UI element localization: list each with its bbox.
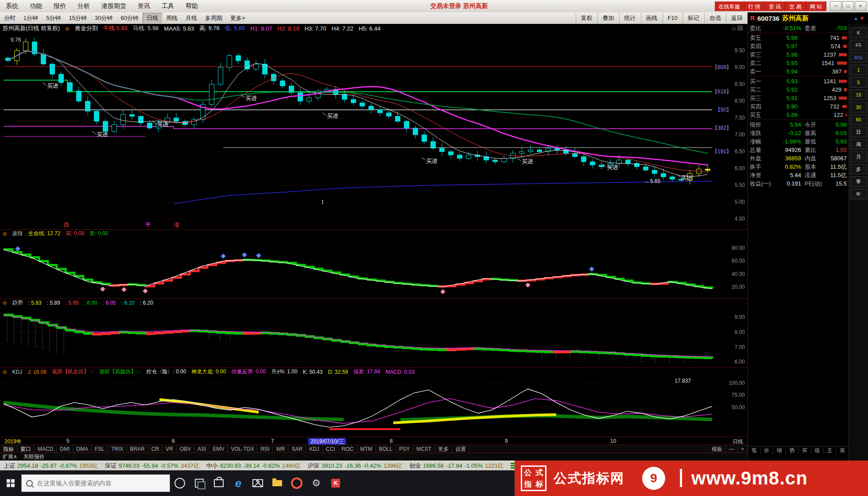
side-button-1[interactable]: 1 [850, 65, 867, 75]
menu-item-分析[interactable]: 分析 [72, 2, 96, 10]
ask-row[interactable]: 卖一5.94387 [748, 67, 849, 76]
hot-button-交 易[interactable]: 交 易 [785, 1, 806, 11]
side-button-RSI[interactable]: RSI [850, 52, 867, 63]
quote-tab-筹[interactable]: 筹 [837, 447, 849, 454]
toolbar-button-统计[interactable]: 统计 [619, 13, 641, 23]
bid-row[interactable]: 买四5.90732 [748, 102, 849, 111]
indicator-tab-EMV[interactable]: EMV [209, 446, 228, 453]
side-button-15[interactable]: 15 [850, 89, 867, 100]
ask-row[interactable]: 卖四5.97574 [748, 42, 849, 50]
side-button-周[interactable]: 周 [850, 139, 867, 150]
menu-item-工具[interactable]: 工具 [156, 2, 180, 10]
extend-扩展∧[interactable]: 扩展∧ [3, 453, 17, 461]
bid-row[interactable]: 买三5.911253 [748, 94, 849, 102]
side-button-日[interactable]: 日 [850, 127, 867, 137]
menu-item-资讯[interactable]: 资讯 [132, 2, 156, 10]
indicator-tab-设置[interactable]: 设置 [452, 446, 469, 453]
taskbar-search[interactable] [21, 474, 170, 492]
arrow-up-icon[interactable]: ▲ [853, 16, 858, 21]
tabs-right-—[interactable]: — [726, 446, 738, 453]
mail-button[interactable] [248, 470, 267, 496]
tabs-right-模板[interactable]: 模板 [709, 446, 726, 453]
index-上证[interactable]: 上证2954.18-25.87-0.87%1953亿 [4, 462, 98, 470]
toolbar-button-复权[interactable]: 复权 [576, 13, 597, 23]
bid-row[interactable]: 买二5.92429 [748, 85, 849, 94]
edge-button[interactable]: e [229, 470, 248, 496]
start-button[interactable] [0, 470, 21, 496]
panel-collapse-icon[interactable]: ◎ [3, 300, 7, 306]
indicator-tab-BOLL[interactable]: BOLL [376, 446, 396, 453]
panel-collapse-icon[interactable]: ◎ [3, 231, 7, 236]
period-5分钟[interactable]: 5分钟 [42, 13, 65, 23]
side-button-5[interactable]: 5 [850, 77, 867, 88]
arrow-down-icon[interactable]: ▼ [860, 16, 864, 21]
side-button-年[interactable]: 年 [850, 189, 867, 199]
indicator-tab-DMI[interactable]: DMI [57, 446, 73, 453]
period-1分钟[interactable]: 1分钟 [19, 13, 42, 23]
period-更多>[interactable]: 更多> [226, 13, 249, 23]
period-多周期[interactable]: 多周期 [201, 13, 226, 23]
indicator-tab-OBV[interactable]: OBV [177, 446, 194, 453]
settings-button[interactable]: ⚙ [306, 470, 326, 496]
quote-tab-值[interactable]: 值 [811, 447, 824, 454]
main-candlestick-chart[interactable]: 9.509.008.508.007.507.006.506.005.505.00… [0, 33, 748, 229]
quote-tab-买[interactable]: 买 [798, 447, 811, 454]
period-15分钟[interactable]: 15分钟 [65, 13, 90, 23]
menu-item-系统[interactable]: 系统 [0, 2, 24, 10]
panel-collapse-icon[interactable]: ◎ [3, 369, 7, 375]
quote-tab-笔[interactable]: 笔 [748, 447, 761, 454]
trend-indicator-chart[interactable]: 9.008.007.006.00 [0, 306, 748, 368]
indicator-tab-ROC[interactable]: ROC [339, 446, 357, 453]
stock-code[interactable]: 600736 [757, 15, 779, 22]
indicator-tab-VR[interactable]: VR [163, 446, 177, 453]
indicator-name[interactable]: 黄金分割 [75, 24, 98, 32]
indicator-tab-WR[interactable]: WR [273, 446, 288, 453]
toolbar-button-返回[interactable]: 返回 [726, 13, 748, 23]
bid-row[interactable]: 买五5.89122 [748, 111, 849, 119]
quote-tab-细[interactable]: 细 [773, 447, 786, 454]
index-中小[interactable]: 中小6230.93-39.14-0.62%1460亿 [206, 462, 301, 470]
indicator-tab-MTM[interactable]: MTM [357, 446, 376, 453]
tab-窗口[interactable]: 窗口 [17, 446, 35, 453]
side-button-60[interactable]: 60 [850, 114, 867, 125]
side-button-30[interactable]: 30 [850, 102, 867, 112]
indicator-tab-VOL-TDX[interactable]: VOL-TDX [228, 446, 257, 453]
indicator-tab-CCI[interactable]: CCI [323, 446, 339, 453]
ask-row[interactable]: 卖二5.951541 [748, 59, 849, 67]
file-explorer-button[interactable] [267, 470, 287, 496]
store-button[interactable] [209, 470, 229, 496]
quote-tab-势[interactable]: 势 [786, 447, 799, 454]
tabs-right-+[interactable]: + [738, 446, 748, 453]
kdj-indicator-chart[interactable]: 100.0075.0050.0017.837 [0, 376, 748, 437]
hot-button-在线客服[interactable]: 在线客服 [715, 1, 744, 11]
close-button[interactable]: × [855, 1, 866, 11]
period-30分钟[interactable]: 30分钟 [91, 13, 116, 23]
indicator-tab-更多[interactable]: 更多 [435, 446, 452, 453]
stock-arrows[interactable]: ▲ ▼ [853, 16, 864, 21]
stock-name[interactable]: 苏州高新 [782, 14, 809, 23]
extend-关联报价[interactable]: 关联报价 [23, 453, 45, 461]
login-status[interactable]: 交易未登录 苏州高新 [430, 2, 488, 10]
menu-item-功能[interactable]: 功能 [24, 2, 48, 10]
indicator-tab-ASI[interactable]: ASI [194, 446, 209, 453]
side-button-K[interactable]: K [850, 27, 867, 38]
indicator-tab-PSY[interactable]: PSY [396, 446, 413, 453]
indicator-tab-MCST[interactable]: MCST [413, 446, 435, 453]
menu-item-港股期货[interactable]: 港股期货 [96, 2, 132, 10]
ask-row[interactable]: 卖三5.961237 [748, 50, 849, 59]
toolbar-button-标记[interactable]: 标记 [682, 13, 704, 23]
hot-button-网 站[interactable]: 网 站 [806, 1, 826, 11]
indicator-tab-FSL[interactable]: FSL [92, 446, 108, 453]
bid-row[interactable]: 买一5.931241 [748, 77, 849, 85]
period-月线[interactable]: 月线 [182, 13, 201, 23]
indicator-tab-TRIX[interactable]: TRIX [108, 446, 127, 453]
stock-app-button[interactable]: K [326, 470, 345, 496]
toolbar-button-叠加[interactable]: 叠加 [597, 13, 619, 23]
toolbar-button-F10[interactable]: F10 [663, 13, 682, 23]
indicator-tab-BRAR[interactable]: BRAR [127, 446, 148, 453]
period-周线[interactable]: 周线 [162, 13, 182, 23]
period-日线[interactable]: 日线 [143, 13, 162, 23]
menu-item-帮助[interactable]: 帮助 [180, 2, 204, 10]
hot-button-资 讯[interactable]: 资 讯 [765, 1, 785, 11]
indicator-tab-CR[interactable]: CR [148, 446, 163, 453]
